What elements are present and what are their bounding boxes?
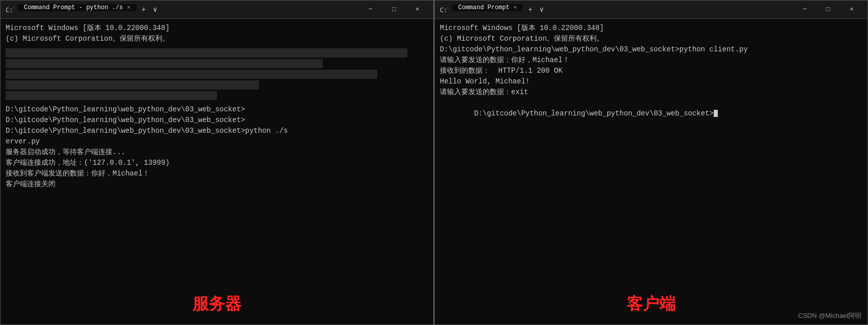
right-close-btn[interactable]: × xyxy=(840,1,863,19)
left-window-controls: − □ × xyxy=(359,1,429,19)
right-line-1: Microsoft Windows [版本 10.0.22000.348] xyxy=(440,23,862,34)
left-tab-area: Command Prompt - python ./s × + ∨ xyxy=(18,4,160,15)
right-title-bar: C:\ Command Prompt × + ∨ − □ × xyxy=(435,1,867,19)
left-title-bar: C:\ Command Prompt - python ./s × + ∨ − xyxy=(1,1,433,19)
left-cmd-window: C:\ Command Prompt - python ./s × + ∨ − xyxy=(0,0,434,325)
left-tab-label: Command Prompt - python ./s xyxy=(24,4,123,11)
right-tab-area: Command Prompt × + ∨ xyxy=(452,4,547,15)
right-minimize-btn[interactable]: − xyxy=(793,1,817,19)
blur-row-4 xyxy=(6,80,259,90)
right-cmd-window: C:\ Command Prompt × + ∨ − □ × xyxy=(434,0,868,325)
left-prompt-3b: erver.py xyxy=(6,136,428,147)
left-tab-controls: + ∨ xyxy=(138,4,160,15)
left-line-2: (c) Microsoft Corporation。保留所有权利。 xyxy=(6,34,428,44)
left-line-3: 服务器启动成功，等待客户端连接... xyxy=(6,147,428,158)
cursor xyxy=(714,110,718,117)
right-line-6: Hello World, Michael! xyxy=(440,76,862,87)
left-new-tab-btn[interactable]: + xyxy=(138,5,149,15)
right-maximize-btn[interactable]: □ xyxy=(817,1,840,19)
right-dropdown-btn[interactable]: ∨ xyxy=(537,4,547,15)
right-terminal-content[interactable]: Microsoft Windows [版本 10.0.22000.348] (c… xyxy=(435,19,867,284)
cmd-icon-left: C:\ xyxy=(5,5,14,14)
right-window-controls: − □ × xyxy=(793,1,863,19)
left-minimize-btn[interactable]: − xyxy=(359,1,382,19)
left-line-5: 接收到客户端发送的数据：你好，Michael！ xyxy=(6,168,428,179)
right-tab-label: Command Prompt xyxy=(458,4,510,11)
left-active-tab[interactable]: Command Prompt - python ./s × xyxy=(18,4,136,11)
left-blurred-section xyxy=(6,48,428,100)
left-prompt-1: D:\gitcode\Python_learning\web_python_de… xyxy=(6,104,428,115)
right-new-tab-btn[interactable]: + xyxy=(525,5,535,15)
blur-row-1 xyxy=(6,48,407,57)
left-maximize-btn[interactable]: □ xyxy=(382,1,406,19)
right-line-2: (c) Microsoft Corporation。保留所有权利。 xyxy=(440,34,862,44)
svg-text:C:\: C:\ xyxy=(6,7,14,14)
watermark: CSDN @Michael阿明 xyxy=(798,311,861,320)
right-tab-close[interactable]: × xyxy=(514,5,517,11)
right-prompt-1: D:\gitcode\Python_learning\web_python_de… xyxy=(440,44,862,55)
left-line-4: 客户端连接成功，地址：('127.0.0.1', 13999) xyxy=(6,158,428,168)
right-active-tab[interactable]: Command Prompt × xyxy=(452,4,523,11)
left-tab-close[interactable]: × xyxy=(127,5,130,11)
left-prompt-2: D:\gitcode\Python_learning\web_python_de… xyxy=(6,115,428,126)
left-line-6: 客户端连接关闭 xyxy=(6,179,428,190)
right-line-4: 接收到的数据： HTTP/1.1 200 OK xyxy=(440,66,862,76)
left-close-btn[interactable]: × xyxy=(406,1,429,19)
blur-row-3 xyxy=(6,70,377,79)
right-tab-controls: + ∨ xyxy=(525,4,547,15)
server-label: 服务器 xyxy=(192,293,241,315)
svg-text:C:\: C:\ xyxy=(440,7,448,14)
cmd-icon-right: C:\ xyxy=(439,5,448,14)
left-terminal-content[interactable]: Microsoft Windows [版本 10.0.22000.348] (c… xyxy=(1,19,433,284)
right-prompt-2: D:\gitcode\Python_learning\web_python_de… xyxy=(440,98,862,130)
blur-row-2 xyxy=(6,59,323,68)
client-label: 客户端 xyxy=(627,293,676,315)
left-bottom-label-area: 服务器 xyxy=(1,284,433,324)
blur-row-5 xyxy=(6,91,217,100)
left-prompt-3: D:\gitcode\Python_learning\web_python_de… xyxy=(6,126,428,136)
right-line-3: 请输入要发送的数据：你好，Michael！ xyxy=(440,55,862,66)
left-dropdown-btn[interactable]: ∨ xyxy=(150,4,160,15)
left-bottom-bar: 服务器 xyxy=(1,284,433,324)
right-line-7: 请输入要发送的数据：exit xyxy=(440,87,862,98)
left-line-1: Microsoft Windows [版本 10.0.22000.348] xyxy=(6,23,428,34)
